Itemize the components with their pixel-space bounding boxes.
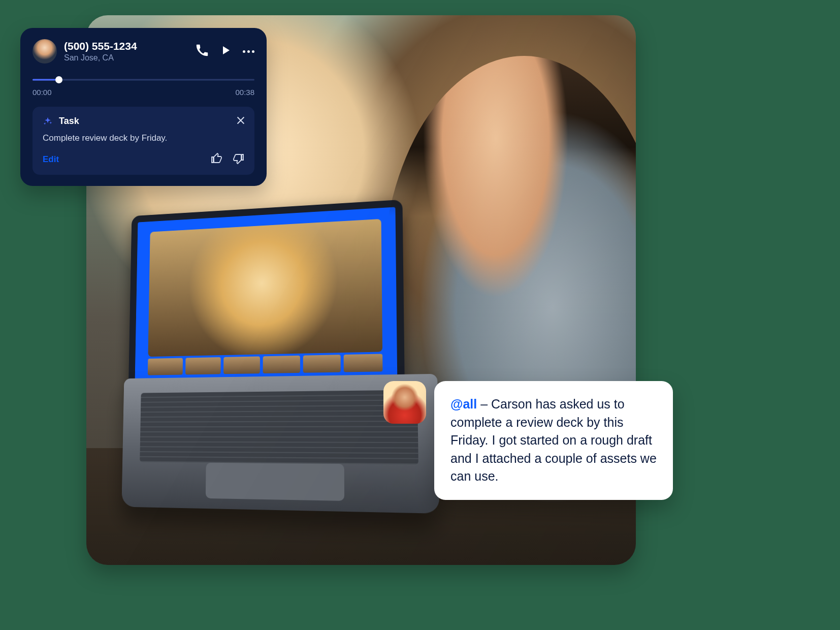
edit-task-button[interactable]: Edit xyxy=(43,154,59,165)
voicemail-header: (500) 555-1234 San Jose, CA xyxy=(33,39,254,64)
thumbs-down-icon xyxy=(232,152,244,165)
close-task-button[interactable] xyxy=(235,115,246,126)
task-body: Complete review deck by Friday. xyxy=(43,133,244,144)
call-back-button[interactable] xyxy=(196,44,208,58)
task-footer: Edit xyxy=(43,152,244,167)
playback-progress[interactable] xyxy=(33,75,254,85)
more-icon xyxy=(243,50,245,53)
playback-times: 00:00 00:38 xyxy=(33,88,254,97)
caller-location: San Jose, CA xyxy=(64,53,189,62)
time-elapsed: 00:00 xyxy=(33,88,52,97)
task-header: Task xyxy=(43,116,244,127)
video-call-participant-strip xyxy=(148,354,383,375)
ai-task-panel: Task Complete review deck by Friday. Edi… xyxy=(33,107,254,175)
thumbs-up-icon xyxy=(211,152,223,165)
sparkle-icon xyxy=(43,116,53,127)
voicemail-actions xyxy=(196,44,254,58)
phone-icon xyxy=(196,44,208,56)
chat-mention[interactable]: @all xyxy=(450,397,477,411)
video-call-toolbar xyxy=(135,375,397,395)
progress-thumb[interactable] xyxy=(55,76,62,83)
chat-bubble: @all – Carson has asked us to complete a… xyxy=(434,381,673,500)
thumbs-down-button[interactable] xyxy=(232,152,244,167)
chat-message: @all – Carson has asked us to complete a… xyxy=(383,381,673,500)
feedback-buttons xyxy=(211,152,244,167)
sender-avatar[interactable] xyxy=(383,381,426,424)
time-total: 00:38 xyxy=(235,88,254,97)
caller-avatar[interactable] xyxy=(33,39,57,64)
close-icon xyxy=(235,115,246,126)
caller-phone-number: (500) 555-1234 xyxy=(64,40,189,52)
voicemail-card: (500) 555-1234 San Jose, CA 00:00 00:38 … xyxy=(20,28,267,186)
task-label: Task xyxy=(59,116,79,127)
more-options-button[interactable] xyxy=(243,50,254,53)
video-call-main-feed xyxy=(148,219,382,357)
laptop-screen xyxy=(128,200,405,402)
progress-track xyxy=(33,79,254,81)
chat-separator: – xyxy=(477,397,491,411)
play-button[interactable] xyxy=(219,44,232,58)
play-icon xyxy=(219,44,232,56)
caller-identity: (500) 555-1234 San Jose, CA xyxy=(64,40,189,62)
thumbs-up-button[interactable] xyxy=(211,152,223,167)
